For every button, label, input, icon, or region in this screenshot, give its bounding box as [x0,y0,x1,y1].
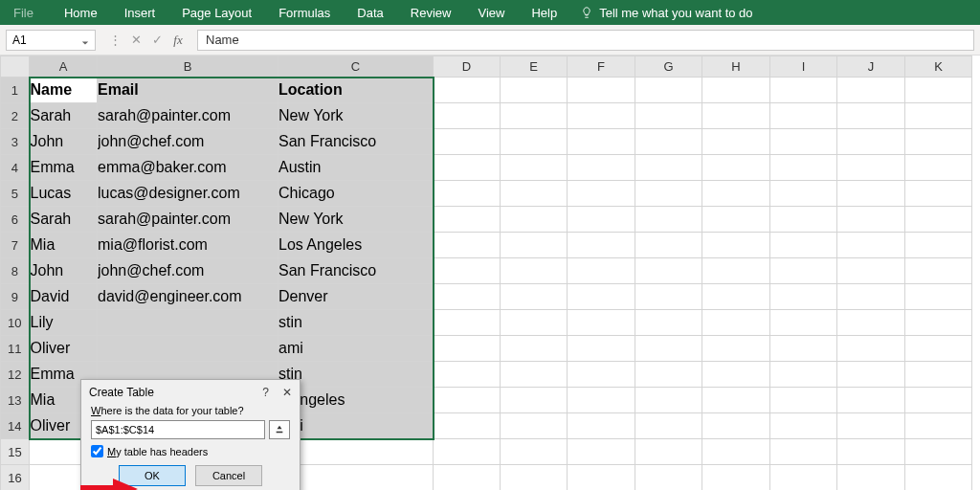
cell[interactable] [770,388,837,413]
cell[interactable] [837,207,905,233]
cell[interactable] [434,181,501,207]
cell[interactable] [278,465,434,491]
cell[interactable] [568,78,635,103]
cell[interactable] [837,78,905,103]
cell[interactable] [770,310,837,336]
cell[interactable] [702,129,770,155]
cell[interactable] [568,413,635,439]
cell[interactable] [635,129,702,155]
cell[interactable] [568,362,635,388]
cell[interactable] [568,388,635,413]
cell[interactable]: Los Angeles [278,233,434,258]
cell[interactable]: s Angeles [278,388,434,413]
row-header[interactable]: 9 [1,284,30,310]
cell[interactable]: ami [278,413,434,439]
row-header[interactable]: 10 [1,310,30,336]
cell[interactable] [434,155,501,181]
row-header[interactable]: 3 [1,129,30,155]
cell[interactable] [770,181,837,207]
cell[interactable] [837,103,905,129]
ribbon-tab-formulas[interactable]: Formulas [265,0,344,25]
ribbon-tab-page-layout[interactable]: Page Layout [168,0,265,25]
row-header[interactable]: 15 [1,439,30,465]
cell[interactable]: john@chef.com [98,258,278,284]
cell[interactable] [635,103,702,129]
cell[interactable] [635,362,702,388]
cancel-x-icon[interactable]: ✕ [128,33,144,48]
cell[interactable] [770,207,837,233]
cell[interactable] [434,465,501,491]
cell[interactable]: mia@florist.com [98,233,278,258]
column-header[interactable]: B [98,56,278,78]
cell[interactable] [434,129,501,155]
cell[interactable] [501,284,568,310]
cell[interactable] [905,362,972,388]
cell[interactable] [568,103,635,129]
cell[interactable] [702,362,770,388]
cell[interactable] [98,336,278,362]
cell[interactable] [501,336,568,362]
cell[interactable] [702,388,770,413]
row-header[interactable]: 7 [1,233,30,258]
cell[interactable] [568,129,635,155]
cell[interactable]: john@chef.com [98,129,278,155]
row-header[interactable]: 16 [1,465,30,491]
name-box[interactable]: A1 [6,30,96,51]
ribbon-tab-help[interactable]: Help [518,0,570,25]
cell[interactable] [702,284,770,310]
cell[interactable] [770,336,837,362]
cell[interactable] [501,362,568,388]
cell[interactable] [635,336,702,362]
cell[interactable] [837,181,905,207]
cell[interactable] [501,155,568,181]
cell[interactable] [635,155,702,181]
cell[interactable]: San Francisco [278,258,434,284]
cell[interactable] [635,258,702,284]
cell[interactable]: Name [30,78,98,103]
cell[interactable] [434,284,501,310]
column-header[interactable]: G [635,56,702,78]
column-header[interactable]: F [568,56,635,78]
dialog-help-button[interactable]: ? [262,386,269,399]
cell[interactable] [501,129,568,155]
cell[interactable] [770,103,837,129]
cell[interactable] [702,336,770,362]
cell[interactable] [278,439,434,465]
cell[interactable] [905,103,972,129]
column-header[interactable]: I [770,56,837,78]
cell[interactable] [702,207,770,233]
cell[interactable] [770,284,837,310]
ribbon-tab-home[interactable]: Home [51,0,111,25]
ribbon-tab-file[interactable]: File [10,0,51,25]
cell[interactable] [501,78,568,103]
cancel-button[interactable]: Cancel [195,465,262,486]
cell[interactable] [501,103,568,129]
cell[interactable] [770,233,837,258]
cell[interactable] [568,284,635,310]
row-header[interactable]: 6 [1,207,30,233]
column-header[interactable]: J [837,56,905,78]
cell[interactable] [501,413,568,439]
column-header[interactable]: A [30,56,98,78]
cell[interactable] [770,258,837,284]
cell[interactable] [635,465,702,491]
cell[interactable] [434,439,501,465]
cell[interactable]: David [30,284,98,310]
row-header[interactable]: 4 [1,155,30,181]
cell[interactable] [434,310,501,336]
cell[interactable] [434,336,501,362]
cell[interactable] [702,413,770,439]
cell[interactable] [837,233,905,258]
cell[interactable]: Sarah [30,207,98,233]
cell[interactable]: New York [278,207,434,233]
cell[interactable] [568,155,635,181]
cell[interactable] [905,129,972,155]
cell[interactable] [702,439,770,465]
cell[interactable] [501,388,568,413]
cell[interactable] [702,78,770,103]
row-header[interactable]: 13 [1,388,30,413]
cell[interactable] [837,284,905,310]
cell[interactable] [501,465,568,491]
cell[interactable] [837,155,905,181]
cell[interactable] [635,413,702,439]
